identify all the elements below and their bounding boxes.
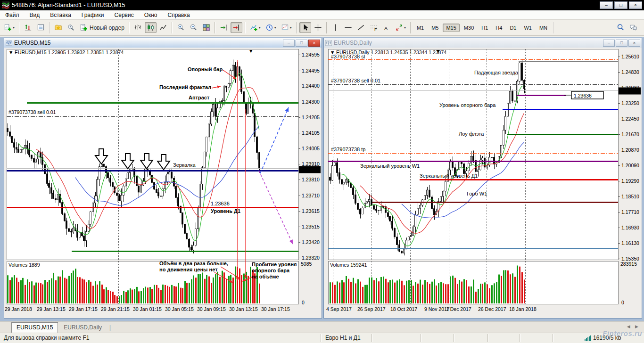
cursor-button[interactable] bbox=[299, 22, 311, 33]
tab-scroll-arrows[interactable]: ◀ ▶ bbox=[627, 324, 640, 329]
statusbar-separator bbox=[372, 334, 372, 342]
chart-daily-restore-button[interactable]: □ bbox=[616, 40, 627, 47]
tf-m1-button[interactable]: M1 bbox=[413, 24, 427, 32]
profiles-button[interactable] bbox=[22, 22, 34, 33]
price-tick-label: 1.23810 bbox=[302, 177, 320, 182]
tf-m5-button[interactable]: M5 bbox=[428, 24, 442, 32]
chart-annotation[interactable]: Зеркальный уровень W1 bbox=[360, 163, 420, 169]
chart-annotation[interactable]: Объём в два раза больше, bbox=[159, 261, 228, 266]
chart-annotation[interactable]: Падающая звезда bbox=[474, 70, 519, 75]
app-minimize-button[interactable]: – bbox=[600, 1, 613, 9]
zoom-out-button[interactable] bbox=[188, 22, 199, 33]
menu-item-0[interactable]: Файл bbox=[0, 11, 25, 19]
tf-m15-button[interactable]: M15 bbox=[443, 24, 459, 32]
cursor-icon bbox=[301, 24, 309, 32]
chart-m15-restore-button[interactable]: □ bbox=[296, 40, 307, 47]
toolbar-separator bbox=[172, 22, 173, 33]
chart-annotation[interactable]: 1.23636 bbox=[211, 201, 230, 206]
tab-eurusd-daily[interactable]: EURUSD,Daily bbox=[59, 323, 107, 333]
zoom-in-button[interactable] bbox=[175, 22, 187, 33]
tf-mn-button[interactable]: MN bbox=[536, 24, 551, 32]
chart-daily-close-button[interactable]: × bbox=[628, 40, 640, 47]
chart-annotation[interactable]: Последний фрактал bbox=[159, 84, 211, 90]
daily-chart-canvas[interactable]: #379073738 sl#379073738 sell 0.01#379073… bbox=[324, 48, 642, 318]
templates-button[interactable]: ▾ bbox=[279, 22, 294, 33]
indicators-button[interactable]: ▾ bbox=[248, 22, 263, 33]
vertical-line-button[interactable] bbox=[330, 22, 341, 33]
m15-chart-canvas[interactable]: Опорный барПоследний фракталАптрастЗерка… bbox=[4, 48, 322, 318]
new-order-button[interactable]: Новый ордер bbox=[78, 22, 126, 33]
navigator-button[interactable] bbox=[35, 22, 47, 33]
menu-item-2[interactable]: Вставка bbox=[45, 11, 76, 19]
menu-item-5[interactable]: Окно bbox=[139, 11, 163, 19]
bar-chart-button[interactable] bbox=[132, 22, 144, 33]
chat-button[interactable] bbox=[627, 22, 639, 33]
templates-icon bbox=[281, 24, 289, 32]
chart-annotation[interactable]: на объёме bbox=[252, 274, 279, 279]
chart-annotation[interactable]: #379073738 tp bbox=[331, 147, 365, 152]
candlestick-button[interactable] bbox=[145, 22, 157, 33]
time-scale[interactable]: 4 Sep 201726 Sep 201718 Oct 20179 Nov 20… bbox=[326, 306, 537, 312]
ohlc-collapse-icon[interactable]: ▼ bbox=[8, 49, 13, 55]
chart-annotation[interactable]: #379073738 sell 0.01 bbox=[331, 78, 380, 83]
app-maximize-button[interactable]: □ bbox=[614, 1, 627, 9]
tf-h1-button[interactable]: H1 bbox=[478, 24, 491, 32]
statusbar-separator bbox=[520, 334, 520, 342]
dropdown-arrow-icon[interactable]: ▾ bbox=[13, 25, 15, 30]
scroll-position-marker: ▼ bbox=[436, 48, 440, 54]
chart-m15-close-button[interactable]: × bbox=[308, 40, 320, 47]
chart-window-daily-titlebar[interactable]: EURUSD,Daily – □ × bbox=[324, 38, 642, 48]
menu-item-3[interactable]: Графики bbox=[76, 11, 109, 19]
app-title-bar[interactable]: 5488576: Alpari-Standard1 - EURUSD,M15 –… bbox=[0, 0, 644, 10]
price-tick-label: 1.15350 bbox=[621, 256, 639, 261]
new-chart-button[interactable]: ▾ bbox=[2, 22, 17, 33]
periods-button[interactable]: ▾ bbox=[264, 22, 278, 33]
arrows-button[interactable]: ▾ bbox=[393, 22, 408, 33]
time-scale[interactable]: 29 Jan 201829 Jan 13:1529 Jan 17:1529 Ja… bbox=[5, 306, 290, 312]
chart-annotation[interactable]: Опорный бар bbox=[188, 66, 223, 72]
tile-windows-button[interactable] bbox=[200, 22, 212, 33]
dropdown-arrow-icon[interactable]: ▾ bbox=[290, 25, 292, 30]
tf-m30-button[interactable]: M30 bbox=[461, 24, 477, 32]
horizontal-line-button[interactable] bbox=[342, 22, 354, 33]
dropdown-arrow-icon[interactable]: ▾ bbox=[274, 25, 276, 30]
chart-window-daily[interactable]: EURUSD,Daily – □ × #379073738 sl#3790737… bbox=[323, 38, 642, 318]
menu-item-1[interactable]: Вид bbox=[25, 11, 45, 19]
chart-annotation[interactable]: Зеркальный уровень Д1 bbox=[420, 173, 478, 179]
fibonacci-button[interactable]: F bbox=[368, 22, 380, 33]
chart-annotation[interactable]: Уровень опорного бара bbox=[439, 102, 496, 108]
tf-d1-button[interactable]: D1 bbox=[506, 24, 520, 32]
chart-annotation[interactable]: Аптраст bbox=[189, 95, 210, 100]
dropdown-arrow-icon[interactable]: ▾ bbox=[404, 25, 406, 30]
chart-annotation[interactable]: Лоу флэта bbox=[459, 131, 484, 137]
menu-item-6[interactable]: Справка bbox=[163, 11, 195, 19]
chart-daily-minimize-button[interactable]: – bbox=[603, 40, 615, 47]
dropdown-arrow-icon[interactable]: ▾ bbox=[259, 25, 261, 30]
auto-scroll-button[interactable] bbox=[218, 22, 230, 33]
tf-h4-button[interactable]: H4 bbox=[492, 24, 505, 32]
crosshair-button[interactable] bbox=[312, 22, 324, 33]
ohlc-collapse-icon[interactable]: ▼ bbox=[330, 49, 335, 55]
strategy-tester-button[interactable] bbox=[65, 22, 77, 33]
line-chart-button[interactable] bbox=[157, 22, 169, 33]
chart-annotation[interactable]: Уровень Д1 bbox=[211, 208, 240, 214]
chart-m15-minimize-button[interactable]: – bbox=[283, 40, 295, 47]
menu-item-4[interactable]: Сервис bbox=[109, 11, 139, 19]
chart-annotation[interactable]: Горб W1 bbox=[467, 191, 487, 196]
tf-m30-label: M30 bbox=[464, 25, 474, 31]
app-close-button[interactable]: × bbox=[629, 1, 642, 9]
tf-w1-button[interactable]: W1 bbox=[520, 24, 535, 32]
chart-window-m15-titlebar[interactable]: EURUSD,M15 – □ × bbox=[4, 38, 322, 48]
text-button[interactable]: A bbox=[380, 22, 392, 33]
new-chart-icon bbox=[4, 24, 12, 32]
tab-eurusd-m15[interactable]: EURUSD,M15 bbox=[11, 322, 58, 333]
chart-shift-button[interactable] bbox=[231, 22, 242, 33]
chart-annotation[interactable]: Пробитие уровня bbox=[252, 261, 297, 267]
chart-annotation[interactable]: Зеркалка bbox=[173, 162, 196, 168]
chart-annotation[interactable]: но движения цены нет bbox=[159, 267, 218, 272]
search-button[interactable] bbox=[615, 22, 627, 33]
trendline-button[interactable] bbox=[355, 22, 367, 33]
chart-window-m15[interactable]: EURUSD,M15 – □ × Опорный барПоследний фр… bbox=[4, 38, 322, 318]
chart-annotation[interactable]: опорного бара bbox=[252, 268, 290, 273]
favorites-button[interactable] bbox=[52, 22, 64, 33]
